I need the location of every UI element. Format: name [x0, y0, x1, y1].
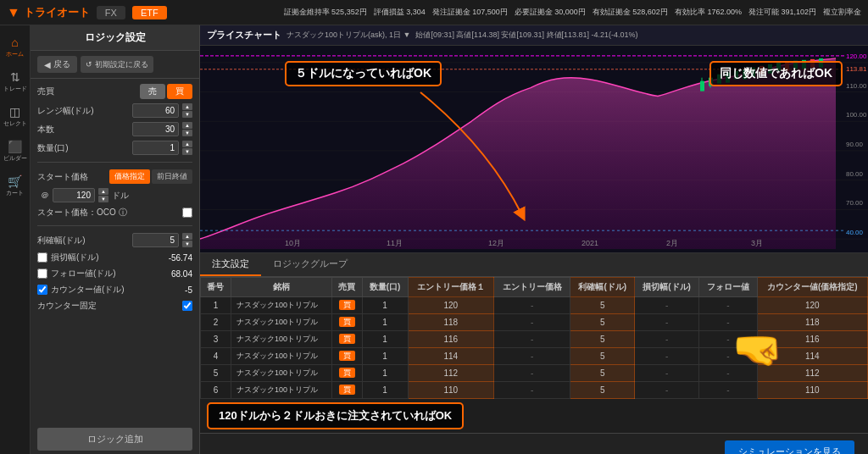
follow-row: フォロー値(ドル) 68.04 [37, 268, 192, 280]
quantity-up[interactable]: ▲ [182, 141, 192, 147]
sell-buy-label: 売買 [37, 86, 54, 97]
add-logic-button[interactable]: ロジック追加 [37, 428, 192, 451]
sidebar-item-select[interactable]: ◫ セレクト [0, 102, 30, 131]
counter-checkbox[interactable] [37, 285, 47, 295]
sell-button[interactable]: 売 [140, 84, 165, 99]
range-width-up[interactable]: ▲ [182, 103, 192, 110]
counter-fixed-checkbox[interactable] [182, 301, 192, 311]
oco-row: スタート価格：OCO ⓘ [37, 207, 192, 219]
tab-etf[interactable]: ETF [132, 6, 167, 19]
panel-title: ロジック設定 [31, 25, 199, 51]
count-input[interactable] [132, 122, 179, 136]
chart-header: プライスチャート ナスダック100トリプル(ask), 1日 ▼ 始値[09:3… [200, 25, 868, 46]
start-price-up[interactable]: ▲ [98, 188, 108, 195]
oco-checkbox[interactable] [182, 208, 192, 218]
logo: ▼ トライオート [7, 5, 90, 20]
buy-button[interactable]: 買 [167, 84, 192, 99]
cart-label: カート [6, 189, 24, 197]
cart-icon: 🛒 [8, 174, 22, 188]
oco-label: スタート価格：OCO ⓘ [37, 207, 127, 219]
simulation-button[interactable]: シミュレーションを見る [725, 440, 854, 454]
col-entry1: エントリー価格１ [408, 278, 493, 297]
range-width-input[interactable] [132, 103, 179, 118]
sidebar-nav: ⌂ ホーム ⇅ トレード ◫ セレクト ⬛ ビルダー 🛒 カート [0, 25, 31, 454]
bottom-bar: シミュレーションを見る [200, 433, 868, 454]
sidebar-item-home[interactable]: ⌂ ホーム [0, 32, 30, 62]
svg-text:3月: 3月 [751, 239, 763, 247]
col-no: 番号 [201, 278, 231, 297]
profit-spinner: ▲ ▼ [182, 233, 192, 247]
sidebar-item-builder[interactable]: ⬛ ビルダー [0, 136, 30, 166]
back-label: 戻る [53, 58, 70, 70]
sidebar-item-trade[interactable]: ⇅ トレード [0, 67, 30, 97]
start-price-spinner: ▲ ▼ [98, 188, 108, 202]
counter-label: カウンター値(ドル) [51, 284, 125, 296]
builder-label: ビルダー [3, 154, 27, 163]
profit-down[interactable]: ▼ [182, 241, 192, 247]
hand-emoji: 🤜 [732, 326, 783, 374]
divider-2 [37, 225, 192, 226]
left-panel: ロジック設定 ◀ 戻る ↺ 初期設定に戻る 売買 売 買 [31, 25, 200, 454]
home-icon: ⌂ [11, 36, 18, 49]
quantity-down[interactable]: ▼ [182, 148, 192, 155]
svg-text:100.00: 100.00 [846, 111, 867, 119]
losscut-row: 損切幅(ドル) -56.74 [37, 252, 192, 263]
count-down[interactable]: ▼ [182, 130, 192, 136]
col-side: 売買 [331, 278, 362, 297]
table-row: 6 ナスダック100トリプル 買 1 110 - 5 - - 110 [201, 382, 868, 399]
svg-text:40.00: 40.00 [846, 229, 864, 236]
svg-text:11月: 11月 [387, 239, 403, 247]
bottom-tabs: 注文設定 ロジックグループ [200, 253, 868, 277]
start-price-down[interactable]: ▼ [98, 196, 108, 202]
svg-text:12月: 12月 [488, 239, 504, 247]
reset-label: 初期設定に戻る [95, 59, 148, 70]
order-table: 番号 銘柄 売買 数量(口) エントリー価格１ エントリー価格 利確幅(ドル) … [200, 277, 868, 399]
col-entry2: エントリー価格 [493, 278, 570, 297]
chart-annotation-1: ５ドルになっていればOK [285, 61, 442, 86]
start-price-tab-row: スタート価格 価格指定 前日終値 [37, 169, 192, 184]
tab-groups[interactable]: ロジックグループ [261, 253, 359, 276]
profit-label: 利確幅(ドル) [37, 235, 86, 246]
profit-up[interactable]: ▲ [182, 233, 192, 240]
trade-icon: ⇅ [10, 70, 20, 84]
back-button[interactable]: ◀ 戻る [37, 56, 77, 73]
sell-buy-row: 売買 売 買 [37, 84, 192, 99]
right-area: プライスチャート ナスダック100トリプル(ask), 1日 ▼ 始値[09:3… [200, 25, 868, 454]
quantity-input[interactable] [132, 141, 179, 155]
range-width-row: レンジ幅(ドル) ▲ ▼ [37, 103, 192, 118]
profit-row: 利確幅(ドル) ▲ ▼ [37, 233, 192, 247]
logo-text: トライオート [24, 5, 90, 20]
start-price-input[interactable] [53, 188, 95, 202]
chart-area: プライスチャート ナスダック100トリプル(ask), 1日 ▼ 始値[09:3… [200, 25, 868, 253]
count-up[interactable]: ▲ [182, 122, 192, 129]
at-label: ＠ [41, 190, 49, 202]
panel-nav: ◀ 戻る ↺ 初期設定に戻る [31, 51, 199, 79]
svg-text:2021: 2021 [581, 239, 598, 247]
at-row: ＠ ▲ ▼ ドル [37, 188, 192, 202]
tab-orders[interactable]: 注文設定 [200, 253, 261, 276]
range-width-down[interactable]: ▼ [182, 111, 192, 118]
trade-label: トレード [3, 85, 27, 93]
range-width-label: レンジ幅(ドル) [37, 105, 94, 117]
sidebar-item-cart[interactable]: 🛒 カート [0, 171, 30, 201]
tab-fx[interactable]: FX [97, 6, 125, 19]
col-symbol: 銘柄 [231, 278, 331, 297]
losscut-label: 損切幅(ドル) [51, 252, 99, 263]
tab-price-specify[interactable]: 価格指定 [109, 169, 150, 184]
range-width-spinner: ▲ ▼ [182, 103, 192, 118]
losscut-checkbox[interactable] [37, 252, 47, 263]
reset-button[interactable]: ↺ 初期設定に戻る [81, 56, 153, 73]
counter-row: カウンター値(ドル) -5 [37, 284, 192, 296]
profit-input[interactable] [132, 233, 179, 247]
follow-checkbox[interactable] [37, 269, 47, 279]
chart-title: プライスチャート [207, 29, 281, 42]
col-loss: 損切幅(ドル) [635, 278, 699, 297]
logo-mark: ▼ [7, 5, 20, 20]
tab-prev-close[interactable]: 前日終値 [152, 169, 192, 184]
form-section: 売買 売 買 レンジ幅(ドル) ▲ ▼ 本数 [31, 79, 199, 317]
quantity-label: 数量(口) [37, 142, 69, 154]
builder-icon: ⬛ [8, 140, 22, 153]
svg-text:90.00: 90.00 [846, 141, 864, 148]
svg-text:113.81: 113.81 [846, 65, 867, 73]
chart-canvas: 10月 11月 12月 2021 2月 3月 120.00 110.00 100… [200, 46, 868, 249]
